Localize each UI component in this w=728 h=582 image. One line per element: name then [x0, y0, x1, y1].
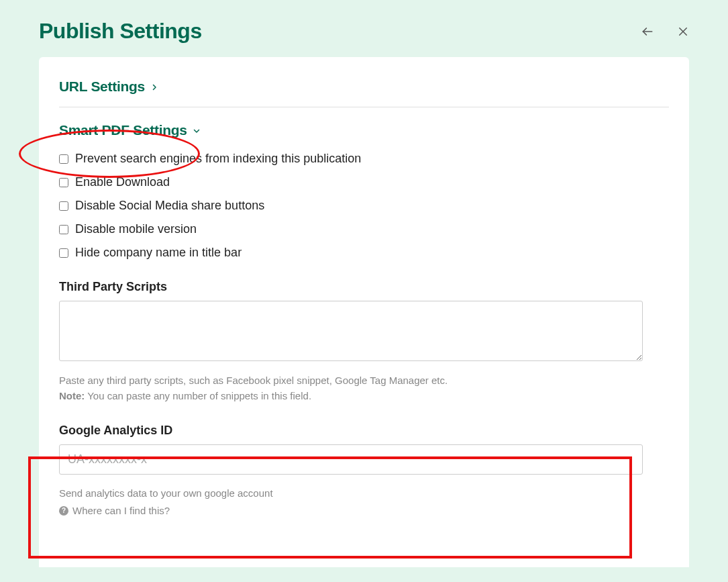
checkbox-input[interactable]	[59, 248, 68, 258]
ga-label: Google Analytics ID	[59, 424, 669, 438]
ga-find-link[interactable]: ? Where can I find this?	[59, 503, 170, 519]
page-title: Publish Settings	[39, 19, 202, 44]
scripts-help-line1: Paste any third party scripts, such as F…	[59, 375, 448, 386]
url-settings-header[interactable]: URL Settings	[59, 79, 669, 95]
chevron-right-icon	[150, 79, 158, 95]
checkbox-label: Enable Download	[75, 175, 170, 189]
checkbox-enable-download[interactable]: Enable Download	[59, 175, 669, 189]
checkbox-input[interactable]	[59, 201, 68, 211]
header-actions	[641, 25, 689, 38]
ga-help-text: Send analytics data to your own google a…	[59, 485, 669, 519]
scripts-note-label: Note:	[59, 390, 85, 401]
settings-panel: URL Settings Smart PDF Settings Prevent …	[39, 57, 689, 567]
checkbox-hide-company[interactable]: Hide company name in title bar	[59, 246, 669, 260]
google-analytics-input[interactable]	[59, 444, 643, 475]
checkbox-disable-mobile[interactable]: Disable mobile version	[59, 222, 669, 236]
smart-pdf-settings-header[interactable]: Smart PDF Settings	[59, 122, 669, 138]
ga-help-line: Send analytics data to your own google a…	[59, 487, 273, 499]
google-analytics-block: Google Analytics ID Send analytics data …	[59, 424, 669, 519]
checkbox-input[interactable]	[59, 154, 68, 164]
back-icon[interactable]	[641, 25, 654, 38]
close-icon[interactable]	[677, 26, 689, 38]
scripts-note-text: You can paste any number of snippets in …	[85, 390, 311, 401]
section-divider	[59, 107, 669, 107]
smart-pdf-options: Prevent search engines from indexing thi…	[59, 152, 669, 260]
checkbox-label: Disable Social Media share buttons	[75, 199, 264, 213]
chevron-down-icon	[193, 122, 201, 138]
checkbox-label: Disable mobile version	[75, 222, 197, 236]
checkbox-input[interactable]	[59, 225, 68, 234]
smart-pdf-settings-label: Smart PDF Settings	[59, 122, 187, 138]
checkbox-input[interactable]	[59, 178, 68, 187]
question-icon: ?	[59, 506, 68, 516]
checkbox-label: Prevent search engines from indexing thi…	[75, 152, 361, 166]
checkbox-disable-social[interactable]: Disable Social Media share buttons	[59, 199, 669, 213]
url-settings-label: URL Settings	[59, 79, 145, 95]
ga-find-link-text: Where can I find this?	[72, 503, 170, 519]
scripts-help-text: Paste any third party scripts, such as F…	[59, 373, 669, 403]
scripts-label: Third Party Scripts	[59, 280, 669, 294]
checkbox-label: Hide company name in title bar	[75, 246, 242, 260]
third-party-scripts-input[interactable]	[59, 301, 643, 361]
checkbox-prevent-indexing[interactable]: Prevent search engines from indexing thi…	[59, 152, 669, 166]
